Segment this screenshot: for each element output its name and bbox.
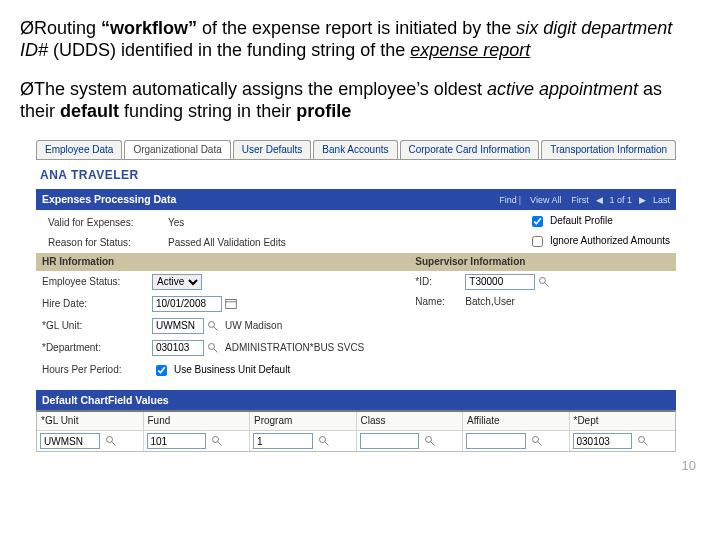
- lookup-icon[interactable]: [538, 276, 550, 288]
- cf-dept-input[interactable]: [573, 433, 633, 449]
- cf-head-class: Class: [357, 412, 463, 431]
- svg-line-19: [644, 442, 648, 446]
- svg-point-12: [319, 437, 325, 443]
- lookup-icon[interactable]: [207, 342, 219, 354]
- arrow-bullet-icon: Ø: [20, 18, 34, 40]
- department-input[interactable]: [152, 340, 204, 356]
- svg-line-17: [537, 442, 541, 446]
- lookup-icon[interactable]: [318, 435, 330, 447]
- last-link[interactable]: Last: [653, 195, 670, 205]
- use-bu-default-checkbox[interactable]: Use Business Unit Default: [152, 362, 290, 379]
- page-number: 10: [20, 458, 696, 474]
- svg-line-5: [214, 348, 218, 352]
- default-profile-label: Default Profile: [550, 215, 613, 227]
- view-all-link[interactable]: View All: [530, 195, 561, 205]
- cf-head-gl: *GL Unit: [37, 412, 143, 431]
- hr-information-header: HR Information: [36, 253, 409, 271]
- tab-user-defaults[interactable]: User Defaults: [233, 140, 312, 159]
- b1-mid: of the expense report is initiated by th…: [197, 18, 516, 38]
- prev-icon[interactable]: ◀: [596, 195, 603, 205]
- employee-status-select[interactable]: Active: [152, 274, 202, 290]
- hire-date-input[interactable]: [152, 296, 222, 312]
- use-bu-default-input[interactable]: [156, 365, 167, 376]
- cf-head-dept: *Dept: [570, 412, 676, 431]
- supervisor-name-label: Name:: [415, 296, 465, 308]
- cf-gl-input[interactable]: [40, 433, 100, 449]
- arrow-bullet-icon: Ø: [20, 79, 34, 101]
- svg-line-11: [218, 442, 222, 446]
- reason-status-label: Reason for Status:: [48, 237, 168, 249]
- cf-head-program: Program: [250, 412, 356, 431]
- b2-mid2: funding string in their: [119, 101, 296, 121]
- pager-text: 1 of 1: [610, 195, 633, 205]
- next-icon[interactable]: ▶: [639, 195, 646, 205]
- svg-rect-0: [226, 299, 237, 308]
- chartfield-table: *GL Unit Fund Program Class Affiliate *D…: [36, 410, 676, 452]
- section-chartfield-values: Default ChartField Values: [36, 390, 676, 411]
- cf-head-affiliate: Affiliate: [463, 412, 569, 431]
- tab-bank-accounts[interactable]: Bank Accounts: [313, 140, 397, 159]
- svg-line-15: [431, 442, 435, 446]
- svg-point-4: [209, 343, 215, 349]
- record-nav: Find| View All First ◀ 1 of 1 ▶ Last: [495, 193, 670, 206]
- svg-point-8: [106, 437, 112, 443]
- svg-line-9: [111, 442, 115, 446]
- lookup-icon[interactable]: [207, 320, 219, 332]
- first-link[interactable]: First: [571, 195, 589, 205]
- department-label: *Department:: [42, 342, 152, 354]
- svg-line-3: [214, 326, 218, 330]
- b1-expense-report: expense report: [410, 40, 530, 60]
- b2-prefix: The system automatically assigns the emp…: [34, 79, 487, 99]
- svg-point-6: [540, 277, 546, 283]
- svg-point-14: [426, 437, 432, 443]
- tab-strip: Employee Data Organizational Data User D…: [36, 140, 676, 160]
- reason-status-value: Passed All Validation Edits: [168, 237, 286, 249]
- gl-unit-input[interactable]: [152, 318, 204, 334]
- tab-employee-data[interactable]: Employee Data: [36, 140, 122, 159]
- supervisor-name-value: Batch,User: [465, 296, 514, 308]
- cf-class-input[interactable]: [360, 433, 420, 449]
- ignore-amounts-checkbox[interactable]: Ignore Authorized Amounts: [528, 233, 670, 250]
- lookup-icon[interactable]: [105, 435, 117, 447]
- svg-point-16: [532, 437, 538, 443]
- find-link[interactable]: Find: [499, 195, 517, 205]
- valid-expenses-value: Yes: [168, 217, 184, 229]
- person-name: ANA TRAVELER: [36, 160, 676, 188]
- employee-status-label: Employee Status:: [42, 276, 152, 288]
- default-profile-checkbox[interactable]: Default Profile: [528, 213, 613, 230]
- ignore-amounts-input[interactable]: [532, 236, 543, 247]
- lookup-icon[interactable]: [211, 435, 223, 447]
- department-desc: ADMINISTRATION*BUS SVCS: [225, 342, 364, 354]
- supervisor-id-input[interactable]: [465, 274, 535, 290]
- b2-profile: profile: [296, 101, 351, 121]
- calendar-icon[interactable]: [225, 298, 237, 310]
- valid-expenses-label: Valid for Expenses:: [48, 217, 168, 229]
- tab-organizational-data[interactable]: Organizational Data: [124, 140, 230, 159]
- cf-fund-input[interactable]: [147, 433, 207, 449]
- svg-point-2: [209, 321, 215, 327]
- supervisor-id-label: *ID:: [415, 276, 465, 288]
- cf-program-input[interactable]: [253, 433, 313, 449]
- lookup-icon[interactable]: [637, 435, 649, 447]
- use-bu-default-label: Use Business Unit Default: [174, 364, 290, 376]
- svg-point-18: [639, 437, 645, 443]
- tab-transportation[interactable]: Transportation Information: [541, 140, 676, 159]
- tab-corporate-card[interactable]: Corporate Card Information: [400, 140, 540, 159]
- hire-date-label: Hire Date:: [42, 298, 152, 310]
- gl-unit-label: *GL Unit:: [42, 320, 152, 332]
- cf-affiliate-input[interactable]: [466, 433, 526, 449]
- hours-period-label: Hours Per Period:: [42, 364, 152, 376]
- bullet-2: ØThe system automatically assigns the em…: [20, 79, 700, 122]
- b1-prefix: Routing: [34, 18, 101, 38]
- lookup-icon[interactable]: [424, 435, 436, 447]
- default-profile-input[interactable]: [532, 216, 543, 227]
- lookup-icon[interactable]: [531, 435, 543, 447]
- gl-unit-desc: UW Madison: [225, 320, 282, 332]
- b2-default: default: [60, 101, 119, 121]
- ignore-amounts-label: Ignore Authorized Amounts: [550, 235, 670, 247]
- b1-workflow: “workflow”: [101, 18, 197, 38]
- section-title: Expenses Processing Data: [42, 193, 176, 206]
- profile-screenshot: Employee Data Organizational Data User D…: [36, 140, 676, 452]
- svg-line-13: [324, 442, 328, 446]
- b1-udds: (UDDS) identified in the funding string …: [48, 40, 410, 60]
